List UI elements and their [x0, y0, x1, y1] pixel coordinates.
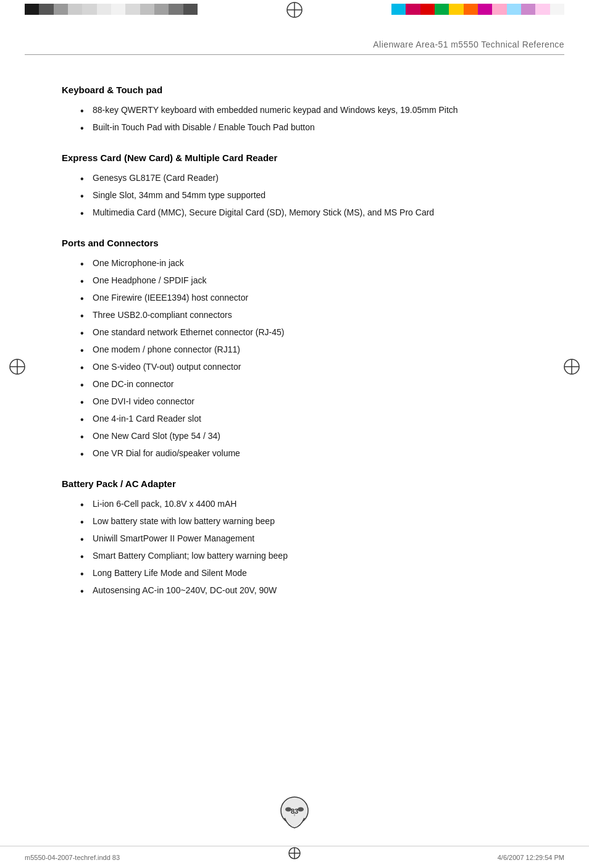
color-swatch [169, 4, 183, 15]
list-item: Three USB2.0-compliant connectors [80, 309, 540, 322]
color-swatch-light-pink [492, 4, 506, 15]
svg-point-11 [298, 807, 304, 812]
ports-heading: Ports and Connectors [62, 238, 540, 248]
color-swatch [183, 4, 198, 15]
crosshair-mid-left [9, 358, 26, 377]
battery-heading: Battery Pack / AC Adapter [62, 478, 540, 489]
express-card-heading: Express Card (New Card) & Multiple Card … [62, 152, 540, 163]
keyboard-list: 88-key QWERTY keyboard with embedded num… [62, 104, 540, 134]
list-item: Autosensing AC-in 100~240V, DC-out 20V, … [80, 584, 540, 597]
color-swatch [39, 4, 53, 15]
battery-list: Li-ion 6-Cell pack, 10.8V x 4400 mAH Low… [62, 498, 540, 597]
list-item: One modem / phone connector (RJ11) [80, 343, 540, 356]
list-item: Multimedia Card (MMC), Secure Digital Ca… [80, 206, 540, 219]
color-swatch [82, 4, 96, 15]
list-item: One 4-in-1 Card Reader slot [80, 412, 540, 425]
list-item: One Firewire (IEEE1394) host connector [80, 291, 540, 304]
color-swatch [154, 4, 169, 15]
express-card-list: Genesys GL817E (Card Reader) Single Slot… [62, 172, 540, 219]
color-swatch-green [435, 4, 449, 15]
crosshair-mid-right [563, 358, 580, 377]
page-title: Alienware Area-51 m5550 Technical Refere… [373, 40, 564, 49]
list-item: Uniwill SmartPower II Power Management [80, 532, 540, 545]
color-swatch [140, 4, 154, 15]
alien-head-icon: 83 [276, 796, 313, 838]
color-swatch [25, 4, 39, 15]
battery-section: Battery Pack / AC Adapter Li-ion 6-Cell … [62, 478, 540, 597]
crosshair-bottom-center [288, 846, 301, 862]
list-item: One Headphone / SPDIF jack [80, 274, 540, 287]
keyboard-heading: Keyboard & Touch pad [62, 85, 540, 95]
main-content: Keyboard & Touch pad 88-key QWERTY keybo… [0, 55, 589, 640]
top-right-color-bar [391, 4, 564, 15]
color-swatch [97, 4, 111, 15]
footer-filename: m5550-04-2007-techref.indd 83 [25, 854, 120, 861]
color-swatch-red [420, 4, 435, 15]
list-item: One S-video (TV-out) output connector [80, 361, 540, 373]
list-item: Genesys GL817E (Card Reader) [80, 172, 540, 185]
color-swatch [125, 4, 140, 15]
color-swatch [111, 4, 125, 15]
top-left-color-bar [25, 4, 198, 15]
list-item: One standard network Ethernet connector … [80, 326, 540, 339]
crosshair-top-center [286, 1, 303, 20]
color-swatch-purple [478, 4, 492, 15]
color-swatch-white [550, 4, 564, 15]
list-item: Single Slot, 34mm and 54mm type supporte… [80, 189, 540, 202]
list-item: Low battery state with low battery warni… [80, 515, 540, 528]
color-swatch-light-cyan [507, 4, 521, 15]
list-item: Li-ion 6-Cell pack, 10.8V x 4400 mAH [80, 498, 540, 511]
color-swatch [54, 4, 68, 15]
page-number-badge: 83 [276, 796, 313, 840]
color-swatch-pink [535, 4, 549, 15]
express-card-section: Express Card (New Card) & Multiple Card … [62, 152, 540, 219]
color-swatch-orange [464, 4, 478, 15]
list-item: One DVI-I video connector [80, 395, 540, 408]
color-swatch-light-purple [521, 4, 535, 15]
list-item: Smart Battery Compliant; low battery war… [80, 549, 540, 562]
page-header: Alienware Area-51 m5550 Technical Refere… [25, 19, 564, 55]
top-bars-container [0, 0, 589, 19]
color-swatch-magenta [406, 4, 420, 15]
keyboard-section: Keyboard & Touch pad 88-key QWERTY keybo… [62, 85, 540, 134]
list-item: One Microphone-in jack [80, 257, 540, 270]
color-swatch [68, 4, 82, 15]
list-item: Long Battery Life Mode and Silent Mode [80, 567, 540, 580]
list-item: One New Card Slot (type 54 / 34) [80, 430, 540, 443]
list-item: Built-in Touch Pad with Disable / Enable… [80, 121, 540, 134]
list-item: One VR Dial for audio/speaker volume [80, 447, 540, 460]
svg-text:83: 83 [291, 807, 298, 815]
color-swatch-cyan [391, 4, 406, 15]
color-swatch-yellow [449, 4, 463, 15]
list-item: One DC-in connector [80, 378, 540, 391]
footer-timestamp: 4/6/2007 12:29:54 PM [498, 854, 564, 861]
list-item: 88-key QWERTY keyboard with embedded num… [80, 104, 540, 117]
ports-list: One Microphone-in jack One Headphone / S… [62, 257, 540, 460]
page-wrapper: Alienware Area-51 m5550 Technical Refere… [0, 0, 589, 868]
ports-section: Ports and Connectors One Microphone-in j… [62, 238, 540, 460]
